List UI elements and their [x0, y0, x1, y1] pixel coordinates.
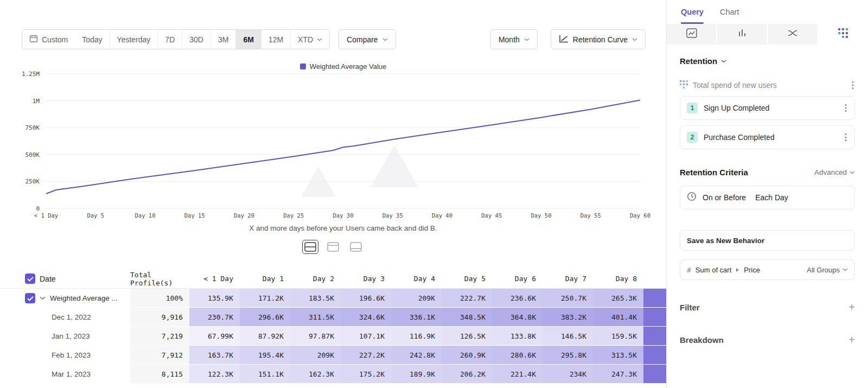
- retention-cell[interactable]: 247.3K: [593, 365, 643, 384]
- retention-cell[interactable]: 230.7K: [189, 308, 240, 327]
- retention-cell[interactable]: 146.5K: [542, 327, 593, 346]
- criteria-mode-dropdown[interactable]: Advanced: [814, 168, 855, 176]
- retention-cell[interactable]: 311.5K: [290, 308, 341, 327]
- retention-cell[interactable]: 313.5K: [593, 346, 643, 365]
- retention-cell[interactable]: 87.92K: [240, 327, 290, 346]
- compare-button[interactable]: Compare: [339, 29, 396, 49]
- retention-cell[interactable]: 383.2K: [542, 308, 593, 327]
- custom-date-button[interactable]: Custom: [22, 30, 75, 49]
- retention-cell[interactable]: 175.2K: [341, 365, 391, 384]
- retention-cell[interactable]: 364.8K: [492, 308, 542, 327]
- column-header[interactable]: < 1 Day: [189, 269, 240, 288]
- range-xtd[interactable]: XTD: [290, 30, 329, 49]
- select-all-checkbox[interactable]: [25, 273, 35, 284]
- column-header[interactable]: Day 5: [442, 269, 492, 288]
- retention-cell[interactable]: 122.3K: [189, 365, 240, 384]
- retention-cell[interactable]: 195.4K: [240, 346, 290, 365]
- column-header[interactable]: Day 1: [240, 269, 290, 288]
- retention-cell[interactable]: 196.6K: [341, 289, 391, 308]
- retention-cell[interactable]: 336.1K: [391, 308, 442, 327]
- retention-section-toggle[interactable]: Retention: [680, 56, 855, 66]
- chevron-down-icon[interactable]: [40, 296, 46, 300]
- retention-cell[interactable]: 234K: [542, 365, 593, 384]
- measure-row[interactable]: # Sum of cart Price All Groups: [680, 259, 855, 280]
- column-header[interactable]: Day 6: [492, 269, 542, 288]
- retention-cell[interactable]: 126.5K: [442, 327, 492, 346]
- retention-cell[interactable]: 135.9K: [189, 289, 240, 308]
- retention-cell[interactable]: 296.6K: [240, 308, 290, 327]
- retention-cell[interactable]: 222.7K: [442, 289, 492, 308]
- retention-cell[interactable]: 324.6K: [341, 308, 391, 327]
- retention-cell[interactable]: 295.8K: [542, 346, 593, 365]
- retention-cell[interactable]: 171.2K: [240, 289, 290, 308]
- column-header[interactable]: Day 4: [391, 269, 442, 288]
- retention-cell[interactable]: 236.6K: [492, 289, 542, 308]
- criteria-condition-row[interactable]: On or Before Each Day: [680, 186, 855, 209]
- table-row[interactable]: Feb 1, 20237,912163.7K195.4K209K227.2K24…: [0, 346, 666, 365]
- column-header[interactable]: Day 7: [542, 269, 593, 288]
- column-header[interactable]: Total Profile(s): [130, 269, 189, 288]
- step-kebab-menu[interactable]: [844, 132, 848, 143]
- behavior-step-2[interactable]: 2 Purchase Completed: [680, 125, 855, 149]
- granularity-button[interactable]: Month: [490, 29, 538, 49]
- behavior-step-1[interactable]: 1 Sign Up Completed: [680, 96, 855, 120]
- retention-cell[interactable]: 183.5K: [290, 289, 341, 308]
- report-type-flows[interactable]: [767, 24, 818, 44]
- retention-cell[interactable]: 189.9K: [391, 365, 442, 384]
- retention-cell[interactable]: 401.4K: [593, 308, 643, 327]
- range-3m[interactable]: 3M: [210, 30, 235, 49]
- range-7d[interactable]: 7D: [157, 30, 182, 49]
- step-kebab-menu[interactable]: [844, 103, 848, 113]
- retention-cell[interactable]: 280.6K: [492, 346, 542, 365]
- retention-cell[interactable]: 250.7K: [542, 289, 593, 308]
- save-as-new-behavior-button[interactable]: Save as New Behavior: [680, 230, 855, 251]
- groups-dropdown[interactable]: All Groups: [807, 266, 848, 274]
- retention-grid-icon: [838, 28, 848, 40]
- report-type-funnels[interactable]: [716, 24, 767, 44]
- add-filter-button[interactable]: +: [848, 302, 855, 313]
- table-row[interactable]: Jan 1, 20237,21967.99K87.92K97.87K107.1K…: [0, 327, 666, 346]
- retention-cell[interactable]: 348.5K: [442, 308, 492, 327]
- column-header[interactable]: Day 3: [341, 269, 391, 288]
- plot-area[interactable]: [46, 74, 640, 208]
- table-row[interactable]: Weighted Average ...100%135.9K171.2K183.…: [0, 289, 666, 308]
- tab-chart[interactable]: Chart: [720, 0, 739, 24]
- behavior-kebab-menu[interactable]: [851, 80, 855, 91]
- retention-cell[interactable]: 265.3K: [593, 289, 643, 308]
- retention-cell[interactable]: 221.4K: [492, 365, 542, 384]
- retention-cell[interactable]: 260.9K: [442, 346, 492, 365]
- retention-cell[interactable]: 209K: [391, 289, 442, 308]
- retention-cell[interactable]: 242.8K: [391, 346, 442, 365]
- report-type-retention[interactable]: [818, 24, 868, 44]
- range-6m[interactable]: 6M: [235, 30, 260, 49]
- retention-cell[interactable]: 227.2K: [341, 346, 391, 365]
- retention-cell[interactable]: 209K: [290, 346, 341, 365]
- range-30d[interactable]: 30D: [182, 30, 210, 49]
- retention-cell[interactable]: 162.3K: [290, 365, 341, 384]
- behavior-title: Total spend of new users: [693, 81, 777, 90]
- row-checkbox[interactable]: [25, 293, 35, 303]
- range-12m[interactable]: 12M: [261, 30, 290, 49]
- retention-cell[interactable]: 97.87K: [290, 327, 341, 346]
- retention-cell[interactable]: 133.8K: [492, 327, 542, 346]
- retention-cell[interactable]: 67.99K: [189, 327, 240, 346]
- report-type-insights[interactable]: [667, 24, 716, 44]
- retention-cell[interactable]: 206.2K: [442, 365, 492, 384]
- retention-cell[interactable]: 107.1K: [341, 327, 391, 346]
- table-row[interactable]: Dec 1, 20229,916230.7K296.6K311.5K324.6K…: [0, 308, 666, 327]
- column-header[interactable]: Day 2: [290, 269, 341, 288]
- retention-cell[interactable]: 159.5K: [593, 327, 643, 346]
- retention-cell[interactable]: 151.1K: [240, 365, 290, 384]
- chart-type-button[interactable]: Retention Curve: [551, 29, 646, 49]
- row-size-toggle-compact[interactable]: [302, 240, 318, 254]
- table-row[interactable]: Mar 1, 20238,115122.3K151.1K162.3K175.2K…: [0, 365, 666, 384]
- add-breakdown-button[interactable]: +: [848, 334, 855, 345]
- row-size-toggle-tall[interactable]: [348, 240, 364, 254]
- retention-cell[interactable]: 116.9K: [391, 327, 442, 346]
- tab-query[interactable]: Query: [681, 0, 704, 24]
- row-size-toggle-medium[interactable]: [325, 240, 341, 254]
- range-today[interactable]: Today: [75, 30, 109, 49]
- range-yesterday[interactable]: Yesterday: [110, 30, 158, 49]
- retention-cell[interactable]: 163.7K: [189, 346, 240, 365]
- column-header[interactable]: Day 8: [593, 269, 643, 288]
